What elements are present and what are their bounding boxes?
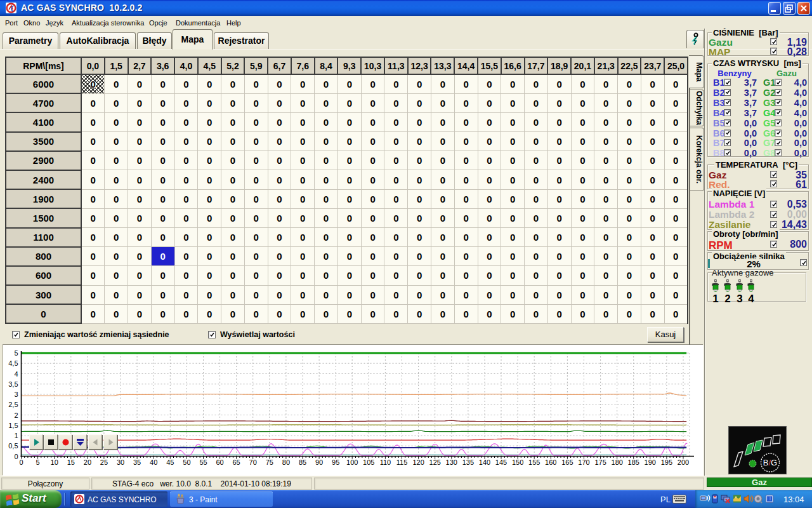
svg-text:65: 65 [232,458,240,466]
svg-text:130: 130 [446,458,457,466]
svg-text:60: 60 [216,458,223,466]
svg-text:170: 170 [578,458,589,466]
svg-text:B/G: B/G [763,458,777,467]
svg-text:190: 190 [645,458,656,466]
svg-text:25: 25 [100,458,108,466]
svg-text:10: 10 [51,458,58,466]
svg-text:160: 160 [545,458,556,466]
svg-text:100: 100 [346,458,358,466]
svg-text:1,5: 1,5 [8,422,18,429]
svg-text:145: 145 [495,458,507,466]
svg-text:4: 4 [14,370,18,378]
svg-text:75: 75 [266,458,273,466]
svg-text:50: 50 [183,458,190,466]
svg-text:0,5: 0,5 [8,442,18,450]
svg-text:110: 110 [380,458,391,466]
svg-text:35: 35 [133,458,141,466]
svg-text:5: 5 [36,458,40,466]
svg-text:4,5: 4,5 [8,359,18,367]
svg-text:5: 5 [14,349,18,357]
svg-text:40: 40 [150,458,157,466]
svg-text:115: 115 [396,458,408,466]
svg-text:3: 3 [14,391,18,398]
svg-text:2,5: 2,5 [8,401,18,408]
svg-text:80: 80 [282,458,290,466]
svg-text:45: 45 [166,458,174,466]
svg-text:175: 175 [594,458,606,466]
svg-text:3,5: 3,5 [8,380,18,388]
svg-text:0: 0 [14,453,18,460]
svg-text:180: 180 [612,458,623,466]
svg-text:15: 15 [67,458,75,466]
svg-text:30: 30 [117,458,124,466]
svg-text:195: 195 [661,458,672,466]
svg-text:90: 90 [315,458,323,466]
svg-text:200: 200 [678,458,689,466]
svg-text:55: 55 [199,458,207,466]
svg-text:135: 135 [462,458,474,466]
svg-text:165: 165 [561,458,573,466]
svg-text:85: 85 [299,458,306,466]
svg-text:150: 150 [512,458,523,466]
svg-text:20: 20 [84,458,91,466]
svg-text:185: 185 [628,458,639,466]
svg-text:70: 70 [249,458,257,466]
svg-text:0: 0 [19,458,23,466]
svg-text:120: 120 [412,458,424,466]
svg-text:95: 95 [332,458,339,466]
svg-text:2: 2 [14,411,18,419]
svg-text:125: 125 [429,458,441,466]
svg-text:105: 105 [363,458,374,466]
svg-text:1: 1 [14,432,18,439]
svg-text:155: 155 [528,458,540,466]
svg-text:140: 140 [479,458,490,466]
